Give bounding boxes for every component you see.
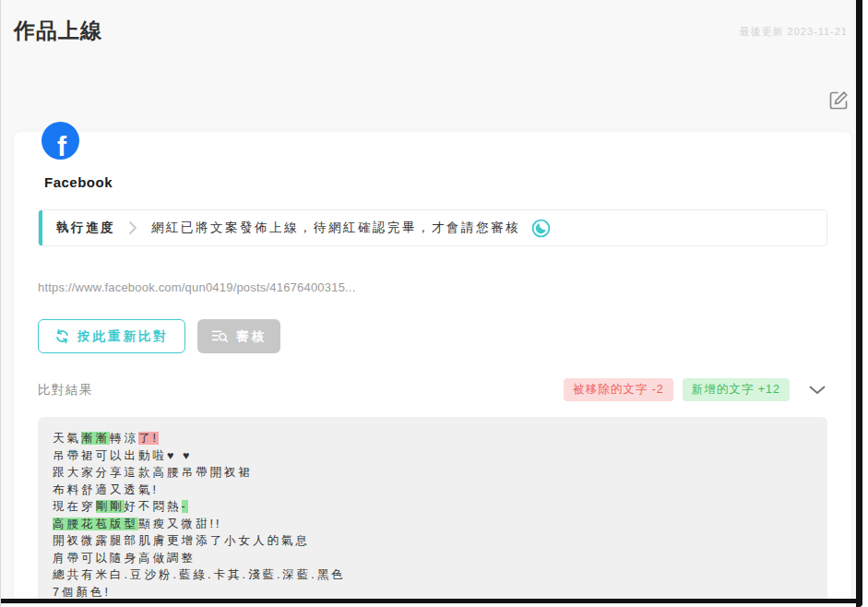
compare-header: 比對結果 被移除的文字 -2 新增的文字 +12 bbox=[38, 378, 827, 401]
added-text-badge: 新增的文字 +12 bbox=[683, 378, 790, 401]
edit-button[interactable] bbox=[827, 89, 851, 113]
result-line: 總共有米白.豆沙粉.藍綠.卡其.淺藍.深藍.黑色 bbox=[53, 566, 813, 584]
result-line: 天氣漸漸轉涼了! bbox=[53, 430, 813, 447]
window-frame-margin-bottom bbox=[1, 603, 868, 607]
compare-title: 比對結果 bbox=[38, 382, 93, 399]
page-title: 作品上線 bbox=[14, 17, 102, 45]
search-list-icon bbox=[211, 329, 236, 343]
window-frame-margin-right bbox=[862, 0, 868, 607]
in-progress-icon bbox=[531, 219, 551, 238]
added-text-highlight: - bbox=[182, 500, 188, 513]
app-window: 作品上線 最後更新 2023-11-21 f Facebook 執行進度 網紅已… bbox=[0, 0, 868, 607]
added-text-highlight: 剛剛 bbox=[96, 500, 125, 513]
last-updated-timestamp: 最後更新 2023-11-21 bbox=[739, 25, 848, 39]
result-line: 肩帶可以隨身高做調整 bbox=[53, 550, 813, 567]
result-line: 高腰花苞版型顯瘦又微甜!! bbox=[53, 516, 813, 533]
added-text-highlight: 漸漸 bbox=[81, 432, 110, 445]
chevron-right-icon bbox=[128, 220, 137, 235]
platform-card: f Facebook 執行進度 網紅已將文案發佈上線，待網紅確認完畢，才會請您審… bbox=[14, 132, 851, 607]
action-buttons-row: 按此重新比對 審核 bbox=[38, 319, 827, 353]
compare-result-text: 天氣漸漸轉涼了!吊帶裙可以出動啦♥ ♥跟大家分享這款高腰吊帶開衩裙布料舒適又透氣… bbox=[38, 417, 827, 607]
removed-text-badge: 被移除的文字 -2 bbox=[564, 378, 673, 401]
progress-status: 執行進度 網紅已將文案發佈上線，待網紅確認完畢，才會請您審核 bbox=[38, 209, 827, 246]
review-button[interactable]: 審核 bbox=[197, 319, 280, 353]
recompare-button-label: 按此重新比對 bbox=[77, 328, 169, 345]
platform-name: Facebook bbox=[44, 174, 851, 190]
result-line: 跟大家分享這款高腰吊帶開衩裙 bbox=[53, 464, 813, 482]
result-line: 開衩微露腿部肌膚更增添了小女人的氣息 bbox=[53, 532, 813, 550]
facebook-logo-icon: f bbox=[42, 122, 79, 160]
result-line: 現在穿剛剛好不悶熱- bbox=[53, 498, 813, 516]
added-text-highlight: 高腰花苞版型 bbox=[53, 518, 138, 530]
review-button-label: 審核 bbox=[236, 328, 267, 345]
progress-accent-bar bbox=[39, 210, 42, 245]
window-frame-border-right bbox=[856, 0, 862, 607]
result-line: 吊帶裙可以出動啦♥ ♥ bbox=[53, 447, 813, 465]
refresh-icon bbox=[54, 328, 77, 344]
window-frame-border-bottom bbox=[1, 599, 858, 603]
progress-label: 執行進度 bbox=[56, 220, 115, 236]
post-url-link[interactable]: https://www.facebook.com/qun0419/posts/4… bbox=[38, 280, 827, 294]
recompare-button[interactable]: 按此重新比對 bbox=[38, 319, 185, 353]
chevron-down-icon bbox=[809, 386, 826, 395]
edit-pencil-icon bbox=[827, 89, 851, 112]
collapse-toggle-button[interactable] bbox=[807, 384, 827, 397]
removed-text-highlight: 了! bbox=[138, 432, 159, 445]
progress-message: 網紅已將文案發佈上線，待網紅確認完畢，才會請您審核 bbox=[151, 220, 520, 236]
result-line: 布料舒適又透氣! bbox=[53, 482, 813, 499]
